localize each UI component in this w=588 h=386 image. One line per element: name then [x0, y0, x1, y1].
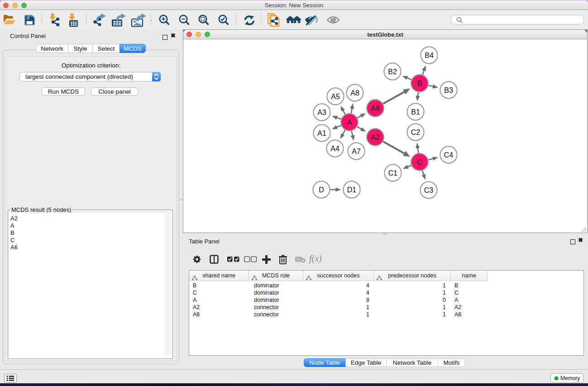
svg-text:A8: A8 — [350, 89, 359, 97]
svg-text:A2: A2 — [371, 133, 380, 141]
svg-text:A6: A6 — [371, 105, 380, 112]
svg-text:C4: C4 — [444, 151, 454, 159]
svg-text:D: D — [319, 186, 324, 194]
svg-text:A1: A1 — [317, 129, 326, 137]
svg-text:A3: A3 — [317, 109, 326, 116]
svg-text:B2: B2 — [388, 68, 397, 76]
svg-text:A7: A7 — [352, 148, 361, 155]
svg-text:B: B — [417, 80, 422, 87]
svg-text:D1: D1 — [347, 186, 357, 194]
svg-text:A5: A5 — [331, 93, 340, 100]
svg-text:A4: A4 — [330, 145, 339, 152]
svg-text:C2: C2 — [411, 129, 421, 136]
svg-text:B4: B4 — [425, 52, 434, 59]
svg-text:A: A — [347, 119, 352, 126]
svg-text:B1: B1 — [411, 108, 420, 116]
svg-text:B3: B3 — [444, 86, 453, 94]
svg-text:C: C — [417, 158, 422, 166]
svg-text:C1: C1 — [388, 169, 398, 177]
svg-text:C3: C3 — [424, 186, 434, 194]
